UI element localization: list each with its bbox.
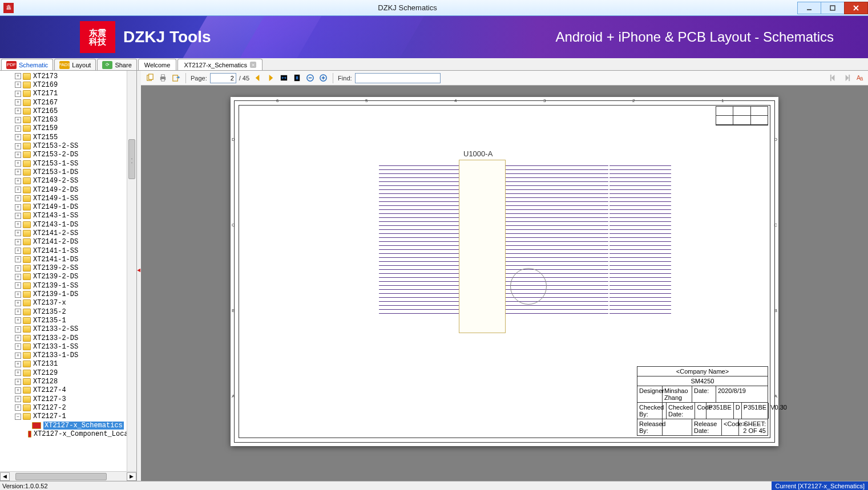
find-prev-button[interactable] [828, 73, 838, 83]
tree-item[interactable]: +XT2149-1-DS [1, 203, 136, 211]
expand-icon[interactable]: + [15, 317, 21, 323]
tree-item[interactable]: +XT2135-1 [1, 316, 136, 325]
expand-icon[interactable]: + [15, 379, 21, 385]
maximize-button[interactable] [821, 2, 845, 14]
expand-icon[interactable]: + [15, 361, 21, 367]
expand-icon[interactable]: + [15, 73, 21, 79]
tree-item[interactable]: +XT2139-1-SS [1, 281, 136, 290]
expand-icon[interactable]: + [15, 343, 21, 350]
expand-icon[interactable]: + [15, 353, 21, 359]
doc-tab-welcome[interactable]: Welcome [138, 59, 177, 70]
tree-item[interactable]: +XT2137-x [1, 299, 136, 307]
expand-icon[interactable]: + [15, 239, 21, 245]
expand-icon[interactable]: + [15, 187, 21, 193]
scroll-right-button[interactable]: ▶ [127, 472, 136, 481]
tree-item[interactable]: +XT2139-2-SS [1, 264, 136, 273]
expand-icon[interactable]: + [15, 125, 21, 132]
tree-item[interactable]: +XT2133-1-SS [1, 342, 136, 351]
tree-item[interactable]: +XT2135-2 [1, 307, 136, 316]
expand-icon[interactable]: + [15, 99, 21, 106]
expand-icon[interactable]: + [15, 160, 21, 167]
expand-icon[interactable]: + [15, 326, 21, 333]
tree-item[interactable]: +XT2141-1-DS [1, 255, 136, 264]
expand-icon[interactable]: + [15, 143, 21, 149]
page-input[interactable] [210, 73, 236, 83]
tree-item[interactable]: +XT2127-2 [1, 403, 136, 412]
print-icon[interactable] [158, 73, 168, 83]
close-tab-icon[interactable]: × [250, 62, 256, 68]
tree-item[interactable]: +XT2141-1-SS [1, 246, 136, 255]
tree-item[interactable]: +XT2133-1-DS [1, 351, 136, 360]
tree-item[interactable]: +XT2169 [1, 80, 136, 89]
tree-item[interactable]: +XT2139-2-DS [1, 273, 136, 281]
expand-icon[interactable]: + [15, 282, 21, 289]
tree-item[interactable]: +XT2129 [1, 368, 136, 377]
tree-item[interactable]: +XT2167 [1, 98, 136, 107]
expand-icon[interactable]: + [15, 195, 21, 201]
expand-icon[interactable]: + [15, 91, 21, 97]
expand-icon[interactable]: + [15, 265, 21, 272]
expand-icon[interactable]: + [15, 221, 21, 228]
tree-item[interactable]: +XT2133-2-DS [1, 334, 136, 342]
tree-item[interactable]: +XT2149-2-SS [1, 177, 136, 185]
tree-item[interactable]: +XT2173 [1, 72, 136, 80]
tree-item[interactable]: +XT2141-2-DS [1, 238, 136, 246]
tree-item[interactable]: +XT2153-1-DS [1, 168, 136, 176]
collapse-icon[interactable]: − [15, 414, 21, 420]
sidebar-vscrollbar[interactable] [127, 71, 136, 471]
expand-icon[interactable]: + [15, 291, 21, 298]
fit-width-icon[interactable] [278, 73, 289, 83]
tree-item[interactable]: +XT2143-1-DS [1, 220, 136, 229]
splitter[interactable] [137, 71, 141, 481]
tree-item[interactable]: −XT2127-1 [1, 412, 136, 421]
expand-icon[interactable]: + [15, 404, 21, 411]
sidebar-hscrollbar[interactable]: ◀ ▶ [0, 471, 136, 481]
expand-icon[interactable]: + [15, 387, 21, 394]
expand-icon[interactable]: + [15, 178, 21, 184]
expand-icon[interactable]: + [15, 82, 21, 88]
zoom-in-button[interactable] [318, 73, 328, 83]
tree-view[interactable]: +XT2173+XT2169+XT2171+XT2167+XT2165+XT21… [0, 71, 136, 471]
expand-icon[interactable]: + [15, 309, 21, 315]
tree-item[interactable]: +XT2143-1-SS [1, 212, 136, 220]
tree-item[interactable]: +XT2159 [1, 124, 136, 133]
tree-item[interactable]: +XT2171 [1, 90, 136, 98]
expand-icon[interactable]: + [15, 204, 21, 210]
scroll-left-button[interactable]: ◀ [0, 472, 10, 481]
expand-icon[interactable]: + [15, 134, 21, 140]
expand-icon[interactable]: + [15, 396, 21, 402]
tab-layout[interactable]: PADS Layout [54, 59, 96, 70]
hscroll-thumb[interactable] [15, 473, 107, 480]
tree-item[interactable]: +XT2153-1-SS [1, 159, 136, 168]
tree-item[interactable]: +XT2127-4 [1, 386, 136, 395]
expand-icon[interactable]: + [15, 274, 21, 280]
tree-item[interactable]: +XT2149-1-SS [1, 194, 136, 203]
zoom-out-button[interactable] [305, 73, 315, 83]
tree-item[interactable]: +XT2153-2-DS [1, 151, 136, 159]
fit-page-icon[interactable] [292, 73, 302, 83]
tab-share[interactable]: ⟳ Share [97, 59, 136, 70]
expand-icon[interactable]: + [15, 117, 21, 123]
tree-item[interactable]: +XT2155 [1, 133, 136, 141]
copy-icon[interactable] [144, 73, 155, 83]
prev-page-button[interactable] [252, 73, 263, 83]
export-icon[interactable] [171, 73, 181, 83]
tree-item[interactable]: +XT2149-2-DS [1, 185, 136, 194]
tree-item[interactable]: +XT2141-2-SS [1, 229, 136, 237]
tree-item[interactable]: +XT2131 [1, 360, 136, 368]
tree-item[interactable]: +XT2133-2-SS [1, 325, 136, 334]
tree-item[interactable]: +XT2128 [1, 377, 136, 386]
expand-icon[interactable]: + [15, 230, 21, 236]
tree-child-item[interactable]: XT2127-x_Schematics [1, 421, 136, 430]
find-input[interactable] [355, 73, 441, 83]
expand-icon[interactable]: + [15, 256, 21, 262]
expand-icon[interactable]: + [15, 108, 21, 114]
next-page-button[interactable] [265, 73, 276, 83]
expand-icon[interactable]: + [15, 335, 21, 341]
expand-icon[interactable]: + [15, 370, 21, 376]
expand-icon[interactable]: + [15, 152, 21, 158]
tree-item[interactable]: +XT2127-3 [1, 395, 136, 403]
expand-icon[interactable]: + [15, 248, 21, 254]
tree-child-item[interactable]: XT2127-x_Component_Locati [1, 430, 136, 438]
canvas[interactable]: 654321 DDCCBBAA U1000-A <Company Name> S… [141, 86, 868, 481]
